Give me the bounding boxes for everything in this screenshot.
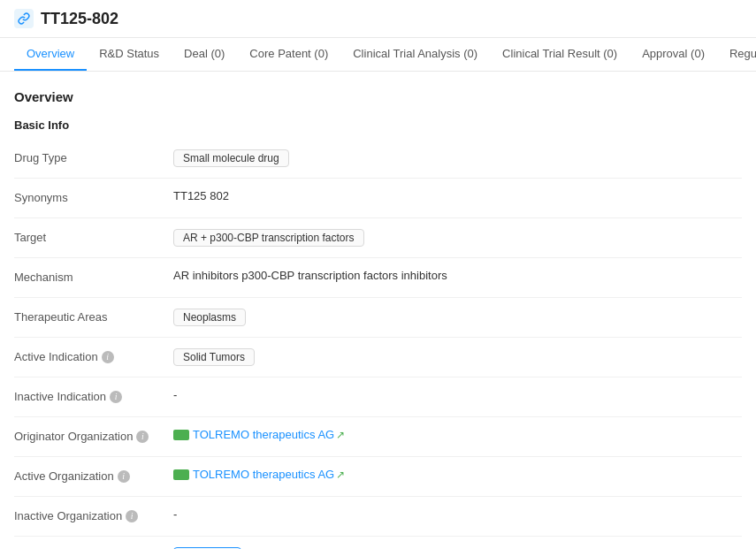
tab-core-patent[interactable]: Core Patent (0) <box>237 38 340 71</box>
field-row-0: Drug TypeSmall molecule drug <box>14 142 742 174</box>
field-row-9: Inactive Organizationi- <box>14 500 742 532</box>
info-icon-8[interactable]: i <box>118 470 130 483</box>
field-label-4: Therapeutic Areas <box>14 309 173 324</box>
field-value-9: - <box>173 507 742 521</box>
tab-rd-status[interactable]: R&D Status <box>87 38 172 71</box>
org-link-7[interactable]: TOLREMO therapeutics AG↗ <box>173 428 345 441</box>
field-row-5: Active IndicationiSolid Tumors <box>14 341 742 373</box>
page-title: TT125-802 <box>41 10 118 28</box>
field-value-2: AR + p300-CBP transcription factors <box>173 229 742 247</box>
field-value-0: Small molecule drug <box>173 149 742 167</box>
field-label-2: Target <box>14 229 173 244</box>
org-link-8[interactable]: TOLREMO therapeutics AG↗ <box>173 468 345 481</box>
field-label-0: Drug Type <box>14 149 173 164</box>
org-logo-8 <box>173 469 189 480</box>
field-label-9: Inactive Organizationi <box>14 507 173 522</box>
info-icon-9[interactable]: i <box>126 510 138 522</box>
section-title: Overview <box>14 89 742 104</box>
tag-5: Solid Tumors <box>173 348 255 366</box>
field-value-4: Neoplasms <box>173 309 742 326</box>
tab-clinical-trial-result[interactable]: Clinical Trial Result (0) <box>490 38 630 71</box>
tag-0: Small molecule drug <box>173 149 289 167</box>
external-link-icon-7: ↗ <box>336 429 345 441</box>
field-value-7: TOLREMO therapeutics AG↗ <box>173 428 742 441</box>
field-row-2: TargetAR + p300-CBP transcription factor… <box>14 222 742 254</box>
field-value-6: - <box>173 388 742 401</box>
subsection-title: Basic Info <box>14 118 742 132</box>
field-value-5: Solid Tumors <box>173 348 742 366</box>
field-row-6: Inactive Indicationi- <box>14 381 742 413</box>
tab-regulation[interactable]: Regulation (0) <box>717 38 756 71</box>
external-link-icon-8: ↗ <box>336 469 345 481</box>
field-row-4: Therapeutic AreasNeoplasms <box>14 301 742 333</box>
field-row-10: Drug Highest PhaseiPreclinical <box>14 540 742 549</box>
tab-overview[interactable]: Overview <box>14 38 87 71</box>
page-header: TT125-802 <box>0 0 756 38</box>
tag-4: Neoplasms <box>173 309 246 326</box>
org-logo-7 <box>173 430 189 440</box>
tab-bar: OverviewR&D StatusDeal (0)Core Patent (0… <box>0 38 756 72</box>
tab-approval[interactable]: Approval (0) <box>630 38 717 71</box>
field-row-3: MechanismAR inhibitors p300-CBP transcri… <box>14 262 742 294</box>
tab-deal[interactable]: Deal (0) <box>172 38 237 71</box>
info-icon-5[interactable]: i <box>102 351 114 363</box>
field-value-1: TT125 802 <box>173 189 742 202</box>
field-label-1: Synonyms <box>14 189 173 204</box>
main-content: Overview Basic Info Drug TypeSmall molec… <box>0 72 756 549</box>
field-label-8: Active Organizationi <box>14 468 173 483</box>
header-icon <box>14 9 34 28</box>
field-row-8: Active OrganizationiTOLREMO therapeutics… <box>14 461 742 492</box>
tag-2: AR + p300-CBP transcription factors <box>173 229 364 247</box>
field-label-3: Mechanism <box>14 269 173 284</box>
tab-clinical-trial-analysis[interactable]: Clinical Trial Analysis (0) <box>340 38 490 71</box>
field-value-8: TOLREMO therapeutics AG↗ <box>173 468 742 481</box>
org-name-8: TOLREMO therapeutics AG <box>193 468 334 481</box>
field-value-3: AR inhibitors p300-CBP transcription fac… <box>173 269 742 282</box>
field-row-1: SynonymsTT125 802 <box>14 182 742 214</box>
info-icon-6[interactable]: i <box>110 391 122 403</box>
field-label-7: Originator Organizationi <box>14 428 173 443</box>
field-label-5: Active Indicationi <box>14 348 173 363</box>
info-icon-7[interactable]: i <box>136 431 149 443</box>
org-name-7: TOLREMO therapeutics AG <box>193 428 334 441</box>
field-label-6: Inactive Indicationi <box>14 388 173 403</box>
field-row-7: Originator OrganizationiTOLREMO therapeu… <box>14 421 742 453</box>
